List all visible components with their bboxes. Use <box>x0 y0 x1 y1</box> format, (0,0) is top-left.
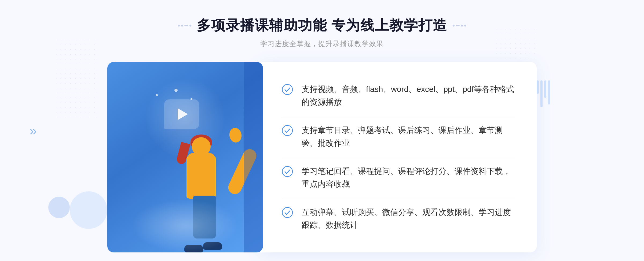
check-icon-1 <box>282 84 293 95</box>
svg-point-2 <box>282 166 292 177</box>
check-icon-3 <box>282 166 293 177</box>
feature-item-3: 学习笔记回看、课程提问、课程评论打分、课件资料下载，重点内容收藏 <box>282 157 515 198</box>
svg-point-0 <box>282 84 292 95</box>
ground-light <box>131 199 239 252</box>
deco-dot <box>464 25 466 27</box>
header-deco-left <box>178 25 191 27</box>
feature-item-4: 互动弹幕、试听购买、微信分享、观看次数限制、学习进度跟踪、数据统计 <box>282 198 515 239</box>
features-panel: 支持视频、音频、flash、word、excel、ppt、pdf等各种格式的资源… <box>260 62 537 252</box>
deco-circle-1 <box>70 191 107 229</box>
deco-line <box>456 25 460 26</box>
play-triangle-icon <box>178 108 188 120</box>
feature-text-1: 支持视频、音频、flash、word、excel、ppt、pdf等各种格式的资源… <box>302 83 515 109</box>
illustration-card <box>107 62 263 252</box>
feature-text-2: 支持章节目录、弹题考试、课后练习、课后作业、章节测验、批改作业 <box>302 124 515 150</box>
page-wrapper: » 多项录播课辅助功能 专为线上教学打造 学习进度全掌握 <box>0 0 644 261</box>
deco-bar-4 <box>544 80 546 98</box>
check-icon-4 <box>282 207 293 218</box>
deco-bar-2 <box>537 80 539 94</box>
deco-dot <box>178 25 180 27</box>
svg-point-3 <box>282 207 292 218</box>
deco-dot <box>453 25 455 27</box>
feature-text-3: 学习笔记回看、课程提问、课程评论打分、课件资料下载，重点内容收藏 <box>302 165 515 191</box>
svg-point-1 <box>282 125 292 136</box>
person-raised-hand <box>228 127 243 144</box>
blue-stripe <box>244 62 263 252</box>
header-deco-right <box>453 25 466 27</box>
deco-dot <box>181 25 183 27</box>
deco-circle-2 <box>48 197 70 218</box>
sub-title: 学习进度全掌握，提升录播课教学效果 <box>178 39 466 49</box>
dot-grid-left <box>54 38 97 118</box>
main-title: 多项录播课辅助功能 专为线上教学打造 <box>197 16 447 35</box>
sparkle-1 <box>156 94 158 96</box>
dot-grid-right <box>494 27 537 59</box>
deco-bar-5 <box>548 80 550 105</box>
feature-item-2: 支持章节目录、弹题考试、课后练习、课后作业、章节测验、批改作业 <box>282 116 515 157</box>
deco-line <box>184 25 188 26</box>
check-icon-2 <box>282 125 293 136</box>
header-title-wrapper: 多项录播课辅助功能 专为线上教学打造 <box>178 16 466 35</box>
deco-bar-3 <box>540 80 543 107</box>
deco-dot <box>189 25 191 27</box>
chevron-left-decoration: » <box>30 123 34 138</box>
person-body <box>188 153 215 199</box>
feature-item-1: 支持视频、音频、flash、word、excel、ppt、pdf等各种格式的资源… <box>282 75 515 116</box>
header: 多项录播课辅助功能 专为线上教学打造 学习进度全掌握，提升录播课教学效果 <box>178 16 466 49</box>
feature-text-4: 互动弹幕、试听购买、微信分享、观看次数限制、学习进度跟踪、数据统计 <box>302 206 515 232</box>
deco-dot <box>461 25 463 27</box>
sparkle-2 <box>174 89 178 92</box>
content-area: 支持视频、音频、flash、word、excel、ppt、pdf等各种格式的资源… <box>107 62 537 252</box>
